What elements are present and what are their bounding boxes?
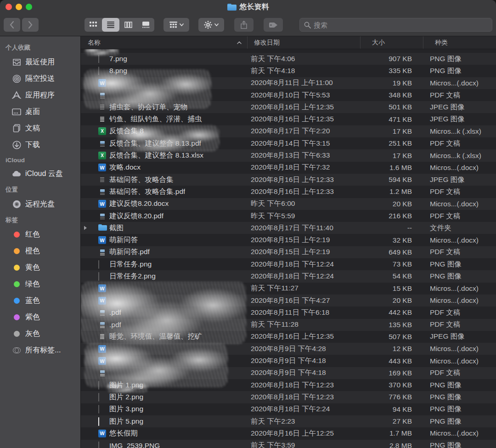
file-kind: PDF 文稿 (423, 139, 496, 148)
file-size: -- (360, 224, 423, 232)
column-header-size[interactable]: 大小 (360, 36, 423, 49)
group-by-button[interactable] (163, 18, 189, 32)
table-row[interactable]: 日常任务2.png2020年8月18日 下午12:2454 KBPNG 图像 (81, 270, 496, 282)
share-button[interactable] (234, 18, 254, 32)
table-row[interactable]: W2020年8月16日 下午4:2720 KBMicros...(.docx) (81, 295, 496, 306)
sidebar-item-label: 所有标签... (25, 346, 61, 355)
file-name: 8.png (109, 67, 127, 75)
search-field[interactable] (299, 18, 492, 32)
action-menu-button[interactable] (198, 18, 224, 32)
table-row[interactable]: 图片 5.png前天 下午2:2327 KBPNG 图像 (81, 415, 496, 427)
table-row[interactable]: IMG_2539.PNG前天 下午3:592.8 MBPNG 图像 (81, 440, 496, 448)
documents-icon (12, 124, 21, 133)
table-row[interactable]: 捕虫套、协会订单、宠物2020年8月16日 上午12:35501 KBJPEG … (81, 101, 496, 113)
column-view-button[interactable] (119, 18, 137, 32)
sidebar-item-applications[interactable]: 应用程序 (0, 87, 80, 103)
sidebar-item-tag-dot[interactable]: 紫色 (0, 309, 80, 325)
forward-button[interactable] (22, 18, 39, 32)
table-row[interactable]: 8.png前天 下午4:18335 KBPNG 图像 (81, 65, 496, 77)
file-date-modified: 2020年8月15日 上午2:19 (247, 247, 360, 257)
table-row[interactable]: X反馈合集 82020年8月17日 下午2:2017 KBMicros...k … (81, 125, 496, 137)
table-row[interactable]: .pdf前天 下午11:28135 KBPDF 文稿 (81, 319, 496, 331)
titlebar[interactable]: 悠长资料 (0, 0, 496, 14)
sidebar-item-documents[interactable]: 文稿 (0, 120, 80, 136)
table-row[interactable]: 反馈合集、建议整合 8.13.pdf2020年8月14日 下午3:15251 K… (81, 137, 496, 149)
table-row[interactable]: 日常任务.png2020年8月18日 下午12:2473 KBPNG 图像 (81, 258, 496, 270)
table-row[interactable]: 钓鱼、组队钓鱼、浮潜、捕虫2020年8月16日 上午12:35471 KBJPE… (81, 113, 496, 125)
sidebar-item-tag-dot[interactable]: 橙色 (0, 243, 80, 259)
table-row[interactable]: .pdf2020年8月11日 下午6:18442 KBPDF 文稿 (81, 306, 496, 318)
table-row[interactable]: 截图2020年8月17日 下午11:40--文件夹 (81, 222, 496, 234)
close-window-button[interactable] (6, 4, 12, 10)
column-header-name[interactable]: 名称 (81, 36, 247, 49)
list-header: 名称 修改日期 大小 种类 (81, 36, 496, 49)
table-row[interactable]: W悠长假期2020年8月16日 上午12:251.7 MBMicros...(.… (81, 427, 496, 439)
table-row[interactable]: 图片 2.png2020年8月18日 下午12:23776 KBPNG 图像 (81, 391, 496, 403)
file-date-modified: 2020年8月16日 上午12:35 (247, 102, 360, 112)
sidebar-item-recents[interactable]: 最近使用 (0, 54, 80, 70)
file-kind: PNG 图像 (423, 380, 496, 390)
table-row[interactable]: W2020年8月9日 下午4:2812 KBMicros...(.docx) (81, 343, 496, 355)
column-header-kind[interactable]: 种类 (423, 36, 496, 49)
table-row[interactable]: W建议反馈8.20.docx昨天 下午6:0020 KBMicros...(.d… (81, 198, 496, 210)
gallery-view-button[interactable] (137, 18, 154, 32)
sidebar-item-downloads[interactable]: 下载 (0, 136, 80, 153)
table-row[interactable]: 基础问答、攻略合集2020年8月16日 上午12:33594 KBJPEG 图像 (81, 174, 496, 186)
tag-dot (12, 230, 21, 239)
applications-icon (12, 91, 21, 100)
table-row[interactable]: W萌新问答2020年8月15日 上午2:1932 KBMicros...(.do… (81, 234, 496, 246)
tag-button[interactable] (264, 18, 283, 32)
table-row[interactable]: W2020年8月9日 下午4:18443 KBMicros...(.docx) (81, 355, 496, 367)
zoom-window-button[interactable] (26, 4, 32, 10)
image-thumbnail-icon (98, 393, 106, 401)
sidebar-item-tag-dot[interactable]: 绿色 (0, 276, 80, 292)
sidebar-item-tag-dot[interactable]: 红色 (0, 226, 80, 243)
disclosure-triangle-icon[interactable] (84, 226, 90, 230)
table-row[interactable]: 建议反馈8.20.pdf昨天 下午5:59216 KBPDF 文稿 (81, 210, 496, 222)
word-document-icon: W (98, 164, 106, 171)
file-date-modified: 2020年8月13日 下午6:33 (247, 151, 360, 160)
sidebar-item-label: 下载 (25, 140, 40, 150)
file-kind: PDF 文稿 (423, 368, 496, 378)
sidebar-item-desktop[interactable]: 桌面 (0, 103, 80, 120)
search-input[interactable] (314, 21, 488, 29)
minimize-window-button[interactable] (16, 4, 22, 10)
table-row[interactable]: 萌新问答.pdf2020年8月15日 上午2:19649 KBPDF 文稿 (81, 246, 496, 258)
table-row[interactable]: X反馈合集、建议整合 8.13.xlsx2020年8月13日 下午6:3317 … (81, 149, 496, 161)
column-header-date-modified[interactable]: 修改日期 (247, 36, 360, 49)
table-row[interactable]: W攻略.docx2020年8月18日 下午7:321.6 MBMicros...… (81, 162, 496, 174)
file-kind: PDF 文稿 (423, 308, 496, 318)
table-row-partial (81, 49, 496, 53)
table-row[interactable]: 基础问答、攻略合集.pdf2020年8月16日 上午12:331.2 MBPDF… (81, 186, 496, 198)
file-date-modified: 2020年8月18日 下午12:23 (247, 380, 360, 390)
sidebar-item-tag-dot[interactable]: 灰色 (0, 325, 80, 342)
table-row[interactable]: 2020年8月10日 下午5:53348 KBPDF 文稿 (81, 89, 496, 101)
list-body: 7.png前天 下午4:06907 KBPNG 图像8.png前天 下午4:18… (81, 49, 496, 448)
table-row[interactable]: 图片 3.png2020年8月18日 下午2:2494 KBPNG 图像 (81, 403, 496, 415)
table-row[interactable]: W前天 下午11:2715 KBMicros...(.docx) (81, 283, 496, 295)
table-row[interactable]: W2020年8月11日 上午11:0019 KBMicros...(.docx) (81, 77, 496, 89)
sidebar-item-tag-dot[interactable]: 黄色 (0, 259, 80, 276)
back-button[interactable] (4, 18, 20, 32)
sidebar-item-disc[interactable]: 远程光盘 (0, 196, 80, 212)
sidebar-item-tag-dot[interactable]: 蓝色 (0, 292, 80, 309)
list-view-button[interactable] (102, 18, 119, 32)
sidebar-item-cloud[interactable]: iCloud 云盘 (0, 165, 80, 182)
icon-view-button[interactable] (85, 18, 102, 32)
file-date-modified: 前天 下午11:28 (247, 320, 360, 329)
table-row[interactable]: 7.png前天 下午4:06907 KBPNG 图像 (81, 53, 496, 65)
sidebar-item-airdrop[interactable]: 隔空投送 (0, 70, 80, 87)
file-date-modified: 2020年8月11日 下午6:18 (247, 308, 360, 318)
file-date-modified: 2020年8月16日 上午12:25 (247, 429, 360, 438)
file-kind: PNG 图像 (423, 417, 496, 426)
sidebar: 个人收藏最近使用隔空投送应用程序桌面文稿下载iCloudiCloud 云盘位置远… (0, 36, 81, 448)
file-date-modified: 前天 下午4:18 (247, 66, 360, 76)
sidebar-item-all-tags[interactable]: 所有标签... (0, 342, 80, 358)
table-row[interactable]: 图片 1.png2020年8月18日 下午12:23370 KBPNG 图像 (81, 379, 496, 391)
sidebar-item-label: 隔空投送 (25, 74, 55, 84)
word-document-icon: W (98, 430, 106, 437)
file-size: 776 KB (360, 393, 423, 401)
table-row[interactable]: 睡觉、环境值、温馨值、挖矿2020年8月16日 上午12:35507 KBJPE… (81, 331, 496, 343)
file-date-modified: 2020年8月9日 下午4:18 (247, 356, 360, 366)
table-row[interactable]: 2020年8月9日 下午4:18169 KBPDF 文稿 (81, 367, 496, 379)
